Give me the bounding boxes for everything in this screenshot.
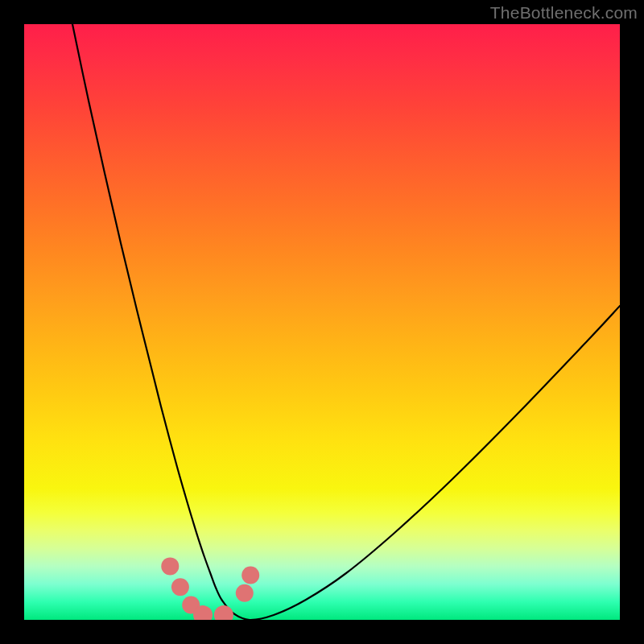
plot-area xyxy=(24,24,620,620)
marker-left-mid xyxy=(171,578,189,596)
chart-frame: TheBottleneck.com xyxy=(0,0,644,644)
curve-svg xyxy=(24,24,620,620)
bottleneck-curve xyxy=(72,24,620,620)
marker-left-upper xyxy=(161,557,179,575)
marker-valley-right xyxy=(214,605,233,620)
marker-right-lower xyxy=(236,584,254,602)
marker-right-upper xyxy=(242,567,259,584)
watermark-text: TheBottleneck.com xyxy=(490,3,638,23)
marker-group xyxy=(161,557,259,620)
